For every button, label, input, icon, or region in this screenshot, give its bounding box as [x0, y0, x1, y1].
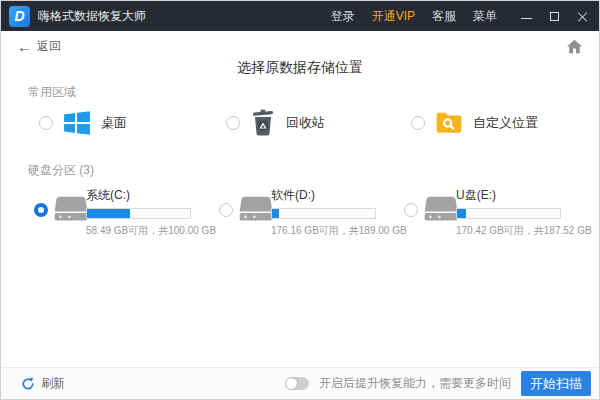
drive-d-usage-fill: [272, 209, 279, 218]
close-button[interactable]: [576, 10, 589, 23]
toolbar: ← 返回: [1, 31, 599, 61]
option-recycle-bin-label: 回收站: [286, 114, 325, 132]
radio-custom-location[interactable]: [411, 116, 425, 130]
drive-e-info: U盘(E:) 170.42 GB可用，共187.52 GB: [456, 187, 579, 238]
radio-drive-e[interactable]: [404, 203, 418, 217]
start-scan-button[interactable]: 开始扫描: [521, 371, 591, 396]
deep-scan-toggle[interactable]: [285, 377, 309, 390]
footer-bar: 刷新 开启后提升恢复能力，需要更多时间 开始扫描: [1, 367, 599, 399]
titlebar-menu: 登录 开通VIP 客服 菜单: [331, 8, 589, 25]
partitions-label: 硬盘分区 (3): [28, 162, 94, 179]
option-custom-location[interactable]: 自定义位置: [411, 107, 538, 139]
drive-c-name: 系统(C:): [86, 187, 209, 204]
refresh-button[interactable]: 刷新: [21, 375, 65, 392]
windows-icon: [63, 109, 91, 137]
refresh-label: 刷新: [41, 375, 65, 392]
menu-button[interactable]: 菜单: [473, 8, 497, 25]
drive-c-caption: 58.49 GB可用，共100.00 GB: [86, 224, 209, 238]
home-button[interactable]: [566, 39, 583, 54]
title-bar: D 嗨格式数据恢复大师 登录 开通VIP 客服 菜单: [1, 1, 599, 31]
maximize-button[interactable]: [548, 10, 561, 23]
maximize-icon: [550, 12, 559, 21]
common-areas-label: 常用区域: [28, 84, 76, 101]
drive-c-info: 系统(C:) 58.49 GB可用，共100.00 GB: [86, 187, 209, 238]
back-button[interactable]: ← 返回: [17, 38, 61, 55]
minimize-button[interactable]: [520, 10, 533, 23]
home-icon: [566, 39, 583, 54]
drive-e-usage-bar: [456, 208, 561, 219]
back-label: 返回: [37, 38, 61, 55]
app-title: 嗨格式数据恢复大师: [38, 8, 146, 25]
toggle-knob: [286, 378, 297, 389]
option-desktop[interactable]: 桌面: [39, 107, 127, 139]
drive-d-usage-bar: [271, 208, 376, 219]
option-custom-location-label: 自定义位置: [473, 114, 538, 132]
usb-drive-icon: [423, 193, 459, 225]
app-logo-icon: D: [9, 6, 30, 27]
radio-drive-d[interactable]: [219, 203, 233, 217]
folder-search-icon: [435, 110, 463, 136]
radio-drive-c[interactable]: [34, 203, 48, 217]
refresh-icon: [21, 377, 35, 391]
support-button[interactable]: 客服: [432, 8, 456, 25]
drive-d-name: 软件(D:): [271, 187, 394, 204]
deep-scan-hint: 开启后提升恢复能力，需要更多时间: [319, 375, 511, 392]
drive-e-usage-fill: [457, 209, 466, 218]
app-window: D 嗨格式数据恢复大师 登录 开通VIP 客服 菜单 ← 返回 选择原数据存储位…: [0, 0, 600, 400]
radio-desktop[interactable]: [39, 116, 53, 130]
login-button[interactable]: 登录: [331, 8, 355, 25]
open-vip-button[interactable]: 开通VIP: [372, 8, 415, 25]
drive-e-name: U盘(E:): [456, 187, 579, 204]
option-recycle-bin[interactable]: 回收站: [226, 107, 325, 139]
recycle-bin-icon: [250, 109, 276, 137]
page-title: 选择原数据存储位置: [1, 59, 599, 77]
drive-c-usage-fill: [87, 209, 130, 218]
footer-right: 开启后提升恢复能力，需要更多时间 开始扫描: [285, 371, 591, 396]
hard-drive-icon: [238, 193, 274, 225]
back-arrow-icon: ←: [17, 39, 32, 54]
drive-e-caption: 170.42 GB可用，共187.52 GB: [456, 224, 579, 238]
minimize-icon: [521, 18, 532, 19]
option-desktop-label: 桌面: [101, 114, 127, 132]
drive-d-info: 软件(D:) 176.16 GB可用，共189.00 GB: [271, 187, 394, 238]
drive-d-caption: 176.16 GB可用，共189.00 GB: [271, 224, 394, 238]
window-controls: [520, 10, 589, 23]
radio-recycle-bin[interactable]: [226, 116, 240, 130]
drive-c-usage-bar: [86, 208, 191, 219]
hard-drive-icon: [53, 193, 89, 225]
